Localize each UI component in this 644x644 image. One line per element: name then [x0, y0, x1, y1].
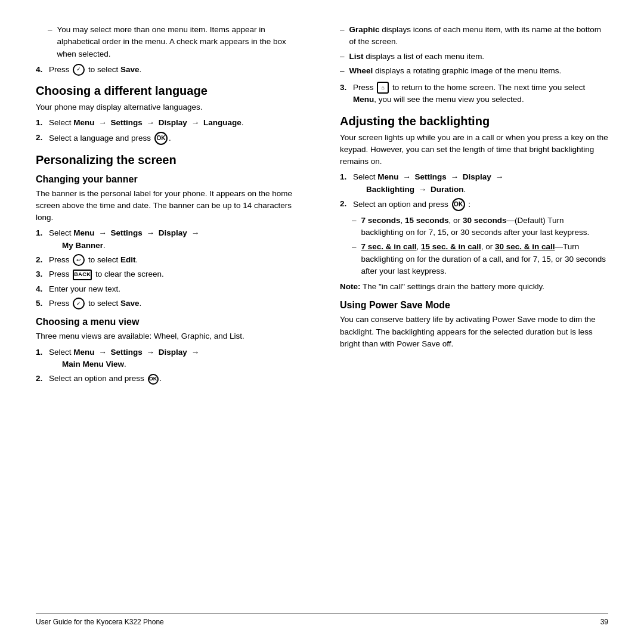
backlighting-heading: Adjusting the backlighting — [340, 114, 608, 128]
choosing-language-heading: Choosing a different language — [36, 84, 304, 98]
footer: User Guide for the Kyocera K322 Phone 39 — [36, 614, 608, 626]
banner-step4: 4. Enter your new text. — [36, 283, 304, 295]
menu-view-step2: 2. Select an option and press OK. — [36, 373, 304, 385]
edit-icon: ↩ — [73, 254, 85, 266]
step4-item: 4. Press ✓ to select Save. — [36, 64, 304, 76]
banner-step2: 2. Press ↩ to select Edit. — [36, 254, 304, 266]
choosing-menu-view-subheading: Choosing a menu view — [36, 317, 304, 327]
page: You may select more than one menu item. … — [0, 0, 644, 644]
main-columns: You may select more than one menu item. … — [36, 24, 608, 608]
save-icon-2: ✓ — [73, 298, 85, 309]
duration-bullet-2: 7 sec. & in call, 15 sec. & in call, or … — [352, 241, 608, 277]
right-column: Graphic displays icons of each menu item… — [334, 24, 608, 608]
menu-view-step1: 1. Select Menu → Settings → Display →Mai… — [36, 346, 304, 371]
home-icon: ⌂ — [377, 82, 389, 94]
changing-banner-section: Changing your banner The banner is the p… — [36, 174, 304, 310]
ok-icon-menu: OK — [148, 374, 159, 385]
menu-view-bullet-list: List displays a list of each menu item. — [340, 51, 608, 63]
backlighting-body: Your screen lights up while you are in a… — [340, 132, 608, 168]
power-save-body: You can conserve battery life by activat… — [340, 314, 608, 350]
backlighting-note: Note: The "in call" settings drain the b… — [340, 281, 608, 293]
choosing-lang-step2: 2. Select a language and press OK. — [36, 132, 304, 145]
changing-banner-subheading: Changing your banner — [36, 174, 304, 185]
duration-bullet-1: 7 seconds, 15 seconds, or 30 seconds—(De… — [352, 215, 608, 239]
intro-bullet-1: You may select more than one menu item. … — [48, 24, 304, 60]
choosing-language-body: Your phone may display alternative langu… — [36, 101, 304, 113]
choosing-menu-view-body: Three menu views are available: Wheel, G… — [36, 330, 304, 342]
banner-step3: 3. Press BACK to clear the screen. — [36, 268, 304, 280]
ok-icon-lang: OK — [154, 132, 168, 145]
changing-banner-body: The banner is the personal label for you… — [36, 188, 304, 224]
menu-view-bullet-wheel: Wheel displays a rotating graphic image … — [340, 65, 608, 77]
save-icon: ✓ — [73, 64, 85, 76]
menu-view-bullets: Graphic displays icons of each menu item… — [340, 24, 608, 77]
choosing-language-steps: 1. Select Menu → Settings → Display → La… — [36, 117, 304, 144]
step3-press-home: 3. Press ⌂ to return to the home screen.… — [340, 82, 608, 106]
choosing-language-section: Choosing a different language Your phone… — [36, 84, 304, 145]
left-column: You may select more than one menu item. … — [36, 24, 310, 608]
personalizing-heading: Personalizing the screen — [36, 153, 304, 167]
banner-step5: 5. Press ✓ to select Save. — [36, 298, 304, 309]
choosing-lang-step1: 1. Select Menu → Settings → Display → La… — [36, 117, 304, 129]
choosing-menu-view-section: Choosing a menu view Three menu views ar… — [36, 317, 304, 385]
backlighting-step2: 2. Select an option and press OK : — [340, 198, 608, 211]
backlighting-section: Adjusting the backlighting Your screen l… — [340, 114, 608, 293]
menu-view-bullet-graphic: Graphic displays icons of each menu item… — [340, 24, 608, 48]
ok-icon-backlight: OK — [452, 198, 465, 211]
footer-page-number: 39 — [600, 618, 608, 626]
step3-press-home-list: 3. Press ⌂ to return to the home screen.… — [340, 82, 608, 106]
step4-list: 4. Press ✓ to select Save. — [36, 64, 304, 76]
power-save-subheading: Using Power Save Mode — [340, 300, 608, 311]
power-save-section: Using Power Save Mode You can conserve b… — [340, 300, 608, 350]
back-icon: BACK — [73, 270, 92, 280]
choosing-menu-view-steps: 1. Select Menu → Settings → Display →Mai… — [36, 346, 304, 385]
footer-left: User Guide for the Kyocera K322 Phone — [36, 618, 164, 626]
banner-step1: 1. Select Menu → Settings → Display →My … — [36, 227, 304, 252]
personalizing-section: Personalizing the screen — [36, 153, 304, 167]
intro-bullet-list: You may select more than one menu item. … — [48, 24, 304, 60]
changing-banner-steps: 1. Select Menu → Settings → Display →My … — [36, 227, 304, 309]
backlighting-step1: 1. Select Menu → Settings → Display →Bac… — [340, 171, 608, 196]
backlighting-duration-bullets: 7 seconds, 15 seconds, or 30 seconds—(De… — [352, 215, 608, 277]
backlighting-steps: 1. Select Menu → Settings → Display →Bac… — [340, 171, 608, 211]
